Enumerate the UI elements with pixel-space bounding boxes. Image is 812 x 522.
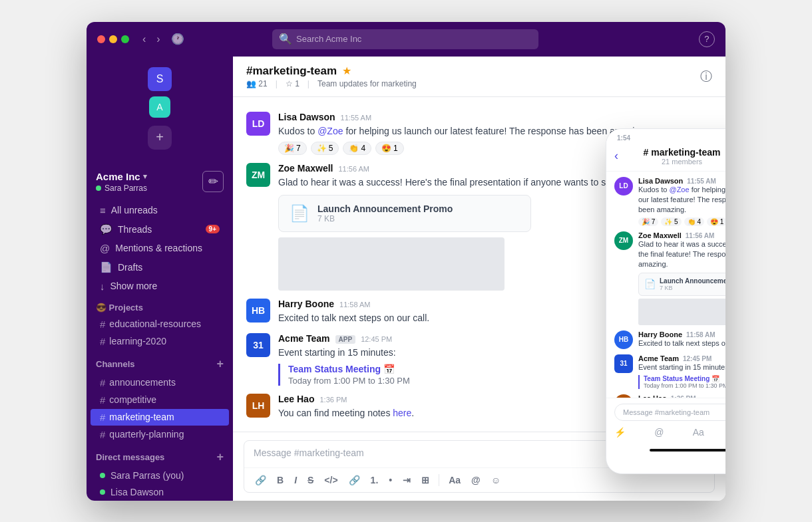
dm-sara-parras[interactable]: Sara Parras (you): [91, 467, 229, 483]
workspace-name[interactable]: Acme Inc ▾: [96, 171, 147, 182]
mention-button[interactable]: @: [467, 472, 485, 488]
phone-reaction-1a[interactable]: 🎉 7: [638, 217, 658, 226]
phone-author-4: Acme Team: [638, 354, 679, 362]
sidebar-item-drafts[interactable]: 📄 Drafts: [91, 258, 229, 277]
phone-input-box[interactable]: Message #marketing-team: [614, 404, 725, 421]
code-button[interactable]: </>: [320, 472, 341, 488]
sidebar-item-show-more[interactable]: ↓ Show more: [91, 277, 229, 295]
sidebar-channel-learning-2020[interactable]: # learning-2020: [91, 333, 229, 350]
help-button[interactable]: ?: [699, 31, 715, 47]
unordered-list-button[interactable]: •: [385, 472, 396, 488]
projects-section-header[interactable]: 😎 Projects: [96, 303, 224, 313]
strikethrough-button[interactable]: S: [304, 472, 317, 488]
phone-lightning-icon[interactable]: ⚡: [614, 427, 626, 438]
mention-zoe[interactable]: @Zoe: [317, 126, 343, 136]
reaction-party[interactable]: 🎉 7: [278, 142, 307, 155]
add-channel-button[interactable]: +: [216, 357, 224, 371]
phone-msg-header-4: Acme Team 12:45 PM: [638, 354, 725, 362]
title-bar: ‹ › 🕐 🔍 ?: [87, 22, 725, 57]
sidebar-channel-competitive[interactable]: # competitive: [91, 392, 229, 408]
forward-button[interactable]: ›: [154, 30, 162, 48]
phone-member-count: 21 members: [644, 158, 721, 166]
phone-mention-1: @Zoe: [669, 186, 689, 194]
phone-mockup: 1:54 ▐▐▐ WiFi ▒ ‹ # marketing-team 21 me…: [606, 128, 725, 474]
format-button[interactable]: ⊞: [417, 472, 433, 488]
projects-section: 😎 Projects: [87, 296, 233, 315]
dm-section-header[interactable]: Direct messages +: [96, 450, 224, 464]
phone-input-area: Message #marketing-team ⚡ @ Aa ⊞ 🖼 ▶: [606, 398, 725, 445]
text-style-button[interactable]: Aa: [445, 472, 465, 488]
phone-status-bar: 1:54 ▐▐▐ WiFi ▒: [606, 129, 725, 144]
compose-button[interactable]: ✏: [202, 171, 224, 192]
indent-button[interactable]: ⇥: [399, 472, 415, 488]
add-workspace-button[interactable]: +: [148, 126, 172, 150]
avatar-acme: 31: [246, 333, 270, 357]
app-badge: APP: [335, 335, 356, 344]
search-icon: 🔍: [279, 33, 292, 45]
channels-section-header[interactable]: Channels +: [96, 357, 224, 371]
phone-msg-content-1: Lisa Dawson 11:55 AM Kudos to @Zoe for h…: [638, 177, 725, 226]
reaction-sparkles[interactable]: ✨ 5: [311, 142, 339, 155]
phone-time-2: 11:56 AM: [686, 232, 715, 239]
phone-at-icon[interactable]: @: [654, 427, 664, 438]
emoji-button[interactable]: ☺: [487, 472, 505, 488]
search-bar[interactable]: 🔍: [272, 29, 538, 49]
add-dm-button[interactable]: +: [216, 450, 224, 464]
channels-section: Channels +: [87, 350, 233, 374]
history-button[interactable]: 🕐: [168, 30, 187, 48]
sidebar-channel-announcements[interactable]: # announcements: [91, 374, 229, 391]
msg-author-1: Lisa Dawson: [278, 112, 335, 122]
back-button[interactable]: ‹: [140, 30, 148, 48]
phone-time: 1:54: [617, 134, 630, 142]
phone-reaction-1b[interactable]: ✨ 5: [661, 217, 681, 226]
phone-attach-size: 7 KB: [660, 285, 725, 291]
search-input[interactable]: [296, 34, 532, 44]
hash-icon: #: [100, 394, 105, 406]
phone-msg-content-5: Lee Hao 1:36 PM You can find meeting not…: [638, 394, 725, 397]
channel-description: Team updates for marketing: [317, 79, 417, 88]
phone-msg-header-1: Lisa Dawson 11:55 AM: [638, 177, 725, 185]
phone-msg-header-3: Harry Boone 11:58 AM: [638, 330, 725, 338]
workspace-icon[interactable]: S: [148, 67, 172, 91]
avatar-zoe: ZM: [246, 163, 270, 187]
phone-time-4: 12:45 PM: [683, 355, 711, 362]
sidebar-channel-marketing-team[interactable]: # marketing-team: [91, 409, 229, 426]
close-button[interactable]: [97, 35, 105, 43]
ordered-list-button[interactable]: 1.: [367, 472, 383, 488]
phone-back-button[interactable]: ‹: [614, 149, 618, 163]
reaction-heart-eyes[interactable]: 😍 1: [375, 142, 404, 155]
phone-reaction-1c[interactable]: 👏 4: [684, 217, 704, 226]
italic-button[interactable]: I: [290, 472, 301, 488]
sidebar-item-all-unreads[interactable]: ≡ All unreads: [91, 201, 229, 219]
msg-time-2: 11:56 AM: [338, 165, 369, 173]
reaction-clap[interactable]: 👏 4: [343, 142, 371, 155]
phone-message-2: ZM Zoe Maxwell 11:56 AM Glad to hear it …: [614, 231, 725, 325]
hash-icon: #: [100, 429, 105, 440]
meeting-notes-link[interactable]: here: [393, 408, 411, 418]
link-button[interactable]: 🔗: [345, 472, 364, 488]
star-icon[interactable]: ★: [342, 65, 351, 77]
minimize-button[interactable]: [109, 35, 117, 43]
sidebar-channel-educational-resources[interactable]: # educational-resources: [91, 316, 229, 332]
bold-button[interactable]: B: [273, 472, 288, 488]
phone-aa-icon[interactable]: Aa: [693, 427, 704, 438]
phone-reaction-1d[interactable]: 😍 1: [707, 217, 725, 226]
format-link-button[interactable]: 🔗: [251, 472, 270, 488]
phone-attachment[interactable]: 📄 Launch Announcement Promo 7 KB: [638, 273, 725, 296]
dm-lisa-dawson[interactable]: Lisa Dawson: [91, 484, 229, 500]
phone-message-5: LH Lee Hao 1:36 PM You can find meeting …: [614, 394, 725, 397]
sidebar-channel-quarterly-planning[interactable]: # quarterly-planning: [91, 426, 229, 443]
phone-event-title: Team Status Meeting 📅: [644, 375, 725, 382]
workspace-icon-2[interactable]: A: [149, 96, 170, 118]
all-unreads-icon: ≡: [100, 205, 106, 216]
phone-msg-header-2: Zoe Maxwell 11:56 AM: [638, 231, 725, 239]
sidebar-item-mentions[interactable]: @ Mentions & reactions: [91, 239, 229, 257]
hash-icon: #: [100, 319, 105, 330]
star-count: ☆ 1: [286, 79, 300, 88]
phone-header: ‹ # marketing-team 21 members ⊞ ⓘ: [606, 144, 725, 172]
mentions-icon: @: [100, 243, 110, 254]
maximize-button[interactable]: [121, 35, 129, 43]
channel-info-button[interactable]: ⓘ: [700, 68, 712, 84]
attachment-1[interactable]: 📄 Launch Announcement Promo 7 KB: [278, 195, 531, 232]
sidebar-item-threads[interactable]: 💬 Threads 9+: [91, 220, 229, 239]
